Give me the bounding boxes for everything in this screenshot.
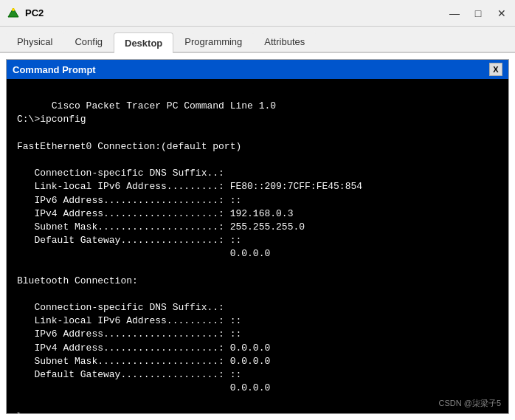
tab-desktop[interactable]: Desktop (114, 32, 173, 53)
close-button[interactable]: ✕ (494, 6, 509, 21)
tab-bar: PhysicalConfigDesktopProgrammingAttribut… (0, 27, 515, 53)
cmd-title-bar: Command Prompt X (7, 60, 508, 79)
cmd-title-text: Command Prompt (13, 64, 96, 75)
main-content: Command Prompt X Cisco Packet Tracer PC … (0, 53, 515, 420)
minimize-button[interactable]: — (447, 6, 462, 21)
tab-config[interactable]: Config (63, 31, 114, 52)
tab-programming[interactable]: Programming (173, 31, 253, 52)
cmd-body[interactable]: Cisco Packet Tracer PC Command Line 1.0 … (7, 79, 508, 413)
cmd-content: Cisco Packet Tracer PC Command Line 1.0 … (17, 100, 362, 413)
window-controls: — □ ✕ (447, 6, 509, 21)
tab-attributes[interactable]: Attributes (253, 31, 316, 52)
cmd-window: Command Prompt X Cisco Packet Tracer PC … (6, 59, 509, 414)
app-icon (6, 6, 21, 21)
svg-point-1 (12, 8, 15, 11)
cmd-close-button[interactable]: X (489, 63, 502, 76)
title-bar: PC2 — □ ✕ (0, 0, 515, 27)
maximize-button[interactable]: □ (471, 6, 485, 21)
tab-physical[interactable]: Physical (6, 31, 63, 52)
window-title: PC2 (25, 7, 447, 18)
watermark: CSDN @柒梁子5 (438, 398, 501, 409)
